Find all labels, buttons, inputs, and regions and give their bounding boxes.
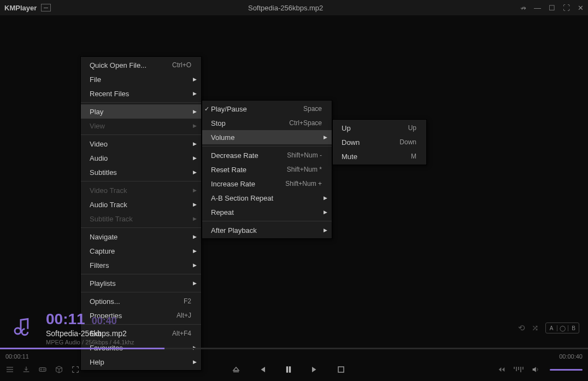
menu-item[interactable]: Video▶ — [81, 137, 201, 151]
close-icon[interactable]: ✕ — [578, 4, 584, 12]
menu-item[interactable]: Audio▶ — [81, 151, 201, 165]
menu-item[interactable]: After Playback▶ — [202, 223, 332, 237]
maximize-icon[interactable]: ☐ — [549, 4, 555, 12]
svg-rect-3 — [338, 367, 344, 372]
current-time: 00:11 — [46, 310, 85, 328]
minimize-icon[interactable]: — — [534, 4, 541, 12]
video-area[interactable]: SOFTPEDIA® Quick Open File...Ctrl+OFile▶… — [0, 15, 588, 308]
total-time: 00:40 — [92, 315, 117, 327]
menu-item[interactable]: Increase RateShift+Num + — [202, 177, 332, 191]
playlist-icon[interactable] — [5, 365, 14, 374]
svg-point-2 — [43, 369, 45, 371]
context-menu-play: ✓Play/PauseSpaceStopCtrl+SpaceVolume▶Dec… — [202, 100, 332, 239]
menu-item: Video Track▶ — [81, 183, 201, 197]
menu-item[interactable]: Navigate▶ — [81, 230, 201, 244]
window-title: Softpedia-256kbps.mp2 — [51, 4, 520, 12]
progress-bar[interactable] — [0, 348, 588, 349]
menu-item[interactable]: File▶ — [81, 72, 201, 86]
menu-item[interactable]: Options...F2 — [81, 294, 201, 308]
window-small-icon[interactable] — [41, 4, 51, 11]
menu-item[interactable]: Reset RateShift+Num * — [202, 162, 332, 177]
app-name: KMPlayer — [4, 4, 37, 12]
cube-icon[interactable] — [55, 365, 63, 374]
menu-item[interactable]: Audio Track▶ — [81, 197, 201, 212]
menu-item[interactable]: UpUp — [333, 121, 426, 135]
menu-item: Subtitle Track▶ — [81, 212, 201, 226]
track-meta: MPEG Audio / 256kbps / 44.1khz — [46, 339, 134, 345]
bottom-bar: 00:00:11 00:00:40 — [0, 352, 588, 380]
menu-item[interactable]: Quick Open File...Ctrl+O — [81, 58, 201, 72]
menu-item[interactable]: Filters▶ — [81, 258, 201, 272]
pin-icon[interactable]: ↛ — [520, 4, 526, 12]
equalizer-icon[interactable] — [514, 367, 524, 372]
menu-item: View▶ — [81, 119, 201, 133]
now-playing-bar: 00:11 00:40 Softpedia-256kbps.mp2 MPEG A… — [0, 308, 588, 348]
menu-item[interactable]: DownDown — [333, 135, 426, 149]
menu-item[interactable]: A-B Section Repeat▶ — [202, 191, 332, 205]
menu-item[interactable]: ✓Play/PauseSpace — [202, 102, 332, 116]
menu-item[interactable]: Capture▶ — [81, 244, 201, 258]
expand-icon[interactable] — [71, 365, 80, 374]
stop-button[interactable] — [336, 364, 346, 375]
svg-point-1 — [40, 369, 42, 371]
fullscreen-icon[interactable]: ⛶ — [563, 4, 570, 12]
ab-b[interactable]: B — [568, 325, 579, 331]
ab-repeat-group[interactable]: A ◯ B — [545, 323, 579, 333]
download-icon[interactable] — [22, 365, 31, 374]
menu-item[interactable]: Volume▶ — [202, 130, 332, 144]
eject-button[interactable] — [231, 364, 242, 375]
menu-item[interactable]: Recent Files▶ — [81, 86, 201, 101]
speaker-icon[interactable] — [531, 365, 540, 374]
menu-item[interactable]: MuteM — [333, 149, 426, 163]
ab-a[interactable]: A — [546, 325, 557, 331]
repeat-icon[interactable]: ⟲ — [518, 323, 525, 333]
skip-back-icon[interactable] — [497, 365, 506, 374]
music-note-icon — [9, 316, 33, 340]
volume-slider[interactable] — [550, 369, 583, 371]
title-bar: KMPlayer Softpedia-256kbps.mp2 ↛ — ☐ ⛶ ✕ — [0, 0, 588, 15]
menu-item[interactable]: Repeat▶ — [202, 205, 332, 219]
ab-mid[interactable]: ◯ — [557, 325, 568, 331]
menu-item[interactable]: Playlists▶ — [81, 276, 201, 290]
menu-item[interactable]: StopCtrl+Space — [202, 116, 332, 130]
progress-fill — [0, 348, 164, 349]
menu-item[interactable]: Decrease RateShift+Num - — [202, 148, 332, 162]
vr-icon[interactable] — [38, 365, 47, 374]
menu-item[interactable]: Play▶ — [81, 104, 201, 119]
context-menu-volume: UpUpDownDownMuteM — [332, 119, 427, 165]
shuffle-icon[interactable]: ⤮ — [532, 323, 539, 333]
menu-item[interactable]: Subtitles▶ — [81, 165, 201, 179]
next-button[interactable] — [309, 364, 320, 375]
remaining-time: 00:00:40 — [559, 353, 583, 360]
track-title: Softpedia-256kbps.mp2 — [46, 329, 134, 338]
elapsed-time: 00:00:11 — [5, 353, 29, 360]
previous-button[interactable] — [257, 364, 268, 375]
pause-button[interactable] — [283, 364, 294, 375]
